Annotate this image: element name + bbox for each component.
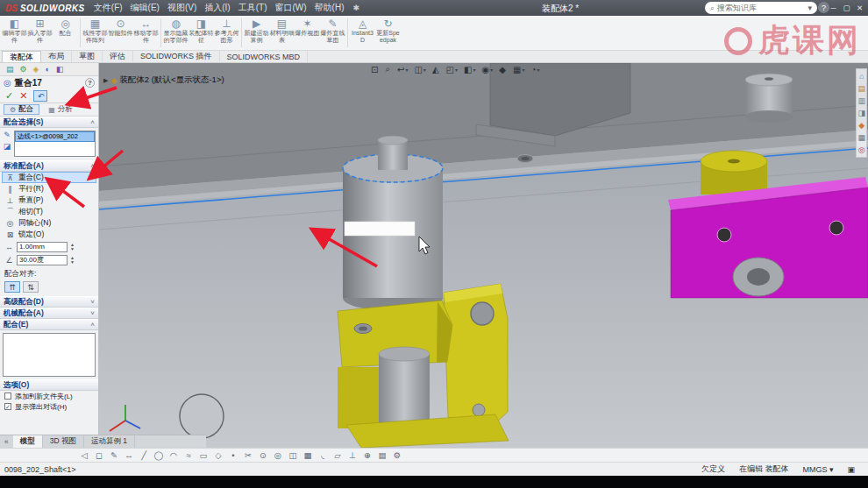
design-library-tab-icon[interactable]: ▤ [857,84,865,93]
edit-component-button[interactable]: ◧编辑零部件 [2,18,27,44]
shaft-part[interactable] [379,354,430,429]
add-to-new-folder-option[interactable]: 添加到新文件夹(L) [0,391,98,401]
hide-show-items-icon[interactable]: ◉▾ [482,65,494,74]
propertymanager-tab-icon[interactable]: ⚙ [20,65,27,74]
mate-button[interactable]: ◎配合 [53,18,78,37]
instant3d-button[interactable]: ◬Instant3D [350,18,375,44]
yellow-bracket-column[interactable] [338,367,379,428]
explode-line-sketch-button[interactable]: ✎爆炸直线草图 [320,18,345,44]
selected-entity-item[interactable]: 边线<1>@0098_202 [15,131,95,142]
subtab-analysis[interactable]: ▦分析 [42,104,79,115]
magenta-hole-right[interactable] [829,221,843,235]
plane-icon[interactable]: ▱ [332,450,343,460]
tab-addins[interactable]: SOLIDWORKS 插件 [133,51,220,62]
angle-spinner[interactable]: ▲▼ [70,256,75,265]
tab-3d-views[interactable]: 3D 视图 [43,435,84,449]
show-hidden-button[interactable]: ◍显示隐藏的零部件 [163,18,189,44]
smart-fasteners-button[interactable]: ⊙智能扣件 [108,18,133,37]
concentric-mate-button[interactable]: ◎同轴心(N) [2,217,96,229]
yellow-bracket-hole-lower[interactable] [473,404,485,416]
distance-input[interactable] [17,242,68,252]
mate-selections-header[interactable]: 配合选择(S) ˄ [0,117,98,128]
featuremanager-tab-icon[interactable]: ▤ [6,65,14,74]
standard-mates-header[interactable]: 标准配合(A) ˄ [0,160,98,172]
custom-properties-tab-icon[interactable]: ▦ [857,133,865,142]
line-icon[interactable]: ╱ [139,450,149,460]
tab-mbd[interactable]: SOLIDWORKS MBD [220,51,309,62]
appearances-tab-icon[interactable]: ◆ [858,121,864,130]
tab-layout[interactable]: 布局 [41,51,72,62]
move-component-button[interactable]: ↔移动零部件 [133,18,159,44]
grid-icon[interactable]: ▤ [377,450,388,460]
cancel-button[interactable]: ✕ [19,90,27,102]
tab-scroll-icon[interactable]: « [0,437,13,446]
parallel-mate-button[interactable]: ∥平行(R) [2,183,96,194]
snap-icon[interactable]: ⊕ [362,450,373,460]
polygon-icon[interactable]: ◇ [213,450,224,460]
reference-geometry-button[interactable]: ⊥参考几何图形 [214,18,239,44]
linear-pattern-button[interactable]: ▦线性零部件阵列 [82,18,108,44]
relations-icon[interactable]: ⊥ [347,450,358,460]
mechanical-mates-header[interactable]: 机械配合(A) ˅ [0,308,98,319]
magenta-hole-left[interactable] [717,228,731,242]
previous-view-icon[interactable]: ↩▾ [397,65,408,74]
assembly-features-button[interactable]: ◨装配体特征 [189,18,214,44]
lock-mate-button[interactable]: ⊠锁定(O) [2,229,96,240]
mirror-icon[interactable]: ◫ [288,450,298,460]
rectangle-icon[interactable]: ▭ [198,450,209,460]
menu-insert[interactable]: 插入(I) [204,2,230,14]
display-style-icon[interactable]: ◧▾ [464,65,475,74]
feature-tree-flyout[interactable]: ▶ ◆ 装配体2 (默认<显示状态-1>) [103,74,224,86]
tab-evaluate[interactable]: 评估 [103,51,133,62]
dimxpertmanager-tab-icon[interactable]: ◐ [46,65,50,74]
resources-tab-icon[interactable]: ⌂ [859,72,864,81]
new-motion-study-button[interactable]: ▶新建运动算例 [244,18,269,44]
update-speedpak-button[interactable]: ↻更新Speedpak [375,18,401,44]
tab-model[interactable]: 模型 [13,435,43,449]
circle-icon[interactable]: ◯ [153,450,164,460]
show-popup-option[interactable]: ✓ 显示弹出对话(H) [0,401,98,412]
displaymanager-tab-icon[interactable]: ◧ [56,65,64,74]
menu-edit[interactable]: 编辑(E) [131,2,160,14]
sketch-circle[interactable] [180,394,224,438]
angle-input[interactable] [17,255,68,265]
menu-pin-icon[interactable]: ✱ [353,4,360,12]
options-icon[interactable]: ⚙ [392,450,402,460]
convert-entities-icon[interactable]: ⊙ [258,450,268,460]
3d-scene[interactable] [99,63,868,448]
coincident-mate-button[interactable]: ⊼重合(C) [2,172,96,183]
ok-button[interactable]: ✓ [5,90,13,102]
tab-motion-study[interactable]: 运动算例 1 [84,435,135,449]
maximize-button[interactable]: ▢ [840,0,853,16]
arc-icon[interactable]: ◠ [168,450,179,460]
pattern-icon[interactable]: ▦ [302,450,313,460]
view-settings-icon[interactable]: ◔▾ [530,65,539,74]
tab-assembly[interactable]: 装配体 [2,51,41,62]
spline-icon[interactable]: ≈ [183,450,194,460]
zoom-area-icon[interactable]: ⌕ [385,64,391,74]
pm-help-icon[interactable]: ? [85,78,95,88]
section-view-icon[interactable]: ◫▾ [414,65,425,74]
checkbox-unchecked[interactable] [4,393,11,400]
yellow-bracket-hole[interactable] [471,302,494,325]
point-icon[interactable]: • [228,450,238,460]
minimize-button[interactable]: ─ [827,0,840,16]
select-icon[interactable]: ◁ [79,450,89,460]
edit-appearance-icon[interactable]: ◆ [499,65,507,74]
menu-tools[interactable]: 工具(T) [238,2,267,14]
mate-selection-listbox[interactable]: 边线<1>@0098_202 [14,131,96,157]
aligned-button[interactable]: ⇈ [4,281,20,293]
units-selector[interactable]: MMGS ▾ [802,465,833,474]
menu-window[interactable]: 窗口(W) [275,2,307,14]
anti-aligned-button[interactable]: ⇅ [23,281,39,293]
subtab-mates[interactable]: ⚙配合 [4,104,39,115]
sketch-icon[interactable]: ✎ [109,450,119,460]
smart-dimension-icon[interactable]: ↔ [124,450,134,460]
mates-listbox[interactable] [3,333,96,377]
menu-view[interactable]: 视图(V) [167,2,196,14]
options-header[interactable]: 选项(O) [0,379,98,391]
apply-scene-icon[interactable]: ▦▾ [513,65,524,74]
undo-pin-icon[interactable]: ↶ [33,90,47,102]
configurationmanager-tab-icon[interactable]: ◈ [33,65,39,74]
search-dropdown-icon[interactable]: ▾ [808,4,812,12]
